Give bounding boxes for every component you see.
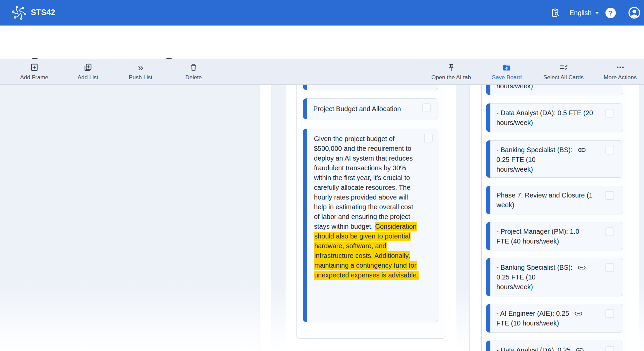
card-color-bar xyxy=(486,258,490,296)
add-list-icon xyxy=(84,62,93,73)
card-title: Project Budget and Allocation xyxy=(313,104,423,114)
card-data-analyst-025[interactable]: - Data Analyst (DA): 0.25 xyxy=(486,341,623,351)
empty-list-strip xyxy=(639,85,644,351)
card-checkbox[interactable] xyxy=(605,191,614,200)
app-name: STS42 xyxy=(31,8,55,17)
card-color-bar xyxy=(486,341,490,351)
card-color-bar xyxy=(486,304,490,333)
open-ai-tab-button[interactable]: Open the AI tab xyxy=(431,59,471,84)
card-partial-top[interactable]: hours/week) xyxy=(486,85,623,95)
card-budget-note[interactable]: Given the project budget of $500,000 and… xyxy=(303,129,438,322)
trash-icon xyxy=(189,62,198,73)
card-phase-7[interactable]: Phase 7: Review and Closure (1 week) xyxy=(486,186,623,214)
add-frame-button[interactable]: Add Frame xyxy=(20,59,48,84)
card-checkbox[interactable] xyxy=(422,103,431,112)
card-color-bar xyxy=(486,103,490,132)
highlighted-text: Consideration should also be given to po… xyxy=(314,222,419,280)
board-title-bar: Project Planning Template Basic board wi… xyxy=(0,26,644,59)
clipboard-search-icon[interactable] xyxy=(549,7,561,18)
pin-icon xyxy=(447,62,456,73)
middle-list: Project Budget and Allocation Given the … xyxy=(296,85,446,339)
chevron-down-icon xyxy=(595,12,599,14)
language-selector[interactable]: English xyxy=(570,0,599,26)
double-chevron-right-icon: » xyxy=(138,62,144,73)
card-banking-specialist-1[interactable]: - Banking Specialist (BS): 0.25 FTE (10 … xyxy=(486,140,623,178)
board-toolbar: Add Frame Add List » Push List Delete Op… xyxy=(0,59,644,85)
select-all-cards-button[interactable]: Select All Cards xyxy=(543,59,584,84)
card-ai-engineer[interactable]: - AI Engineer (AIE): 0.25 FTE (10 hours/… xyxy=(486,304,623,333)
save-board-button[interactable]: Save Board xyxy=(492,59,522,84)
link-icon[interactable] xyxy=(575,346,584,351)
ellipsis-icon xyxy=(615,62,625,73)
card-color-bar xyxy=(486,140,490,178)
card-project-manager[interactable]: - Project Manager (PM): 1.0 FTE (40 hour… xyxy=(486,222,623,250)
app-header: STS42 English ? xyxy=(0,0,644,26)
empty-list-strip xyxy=(456,85,470,351)
card-color-bar xyxy=(486,186,490,214)
card-checkbox[interactable] xyxy=(605,263,614,272)
delete-button[interactable]: Delete xyxy=(185,59,202,84)
card-data-analyst-05[interactable]: - Data Analyst (DA): 0.5 FTE (20 hours/w… xyxy=(486,103,623,132)
card-checkbox[interactable] xyxy=(424,134,433,142)
card-checkbox[interactable] xyxy=(605,309,614,318)
app-logo-icon xyxy=(11,5,27,20)
card-color-bar xyxy=(303,98,307,119)
add-list-button[interactable]: Add List xyxy=(77,59,98,84)
card-color-bar xyxy=(303,85,307,90)
empty-list-strip xyxy=(271,85,286,351)
card-color-bar xyxy=(486,85,490,95)
card-checkbox[interactable] xyxy=(605,227,614,236)
help-icon[interactable]: ? xyxy=(605,8,616,18)
list-checks-icon xyxy=(559,62,568,73)
card-checkbox[interactable] xyxy=(605,346,614,351)
link-icon[interactable] xyxy=(574,309,583,318)
folder-upload-icon xyxy=(502,62,512,73)
push-list-button[interactable]: » Push List xyxy=(129,59,152,84)
add-frame-icon xyxy=(30,62,39,73)
card-color-bar xyxy=(486,222,490,250)
card-checkbox[interactable] xyxy=(605,109,614,118)
link-icon[interactable] xyxy=(577,145,586,155)
language-label: English xyxy=(570,9,592,17)
right-list: hours/week) - Data Analyst (DA): 0.5 FTE… xyxy=(481,85,631,351)
workspace-panel xyxy=(0,85,260,351)
avatar[interactable] xyxy=(628,6,641,19)
link-icon[interactable] xyxy=(577,263,586,272)
more-actions-button[interactable]: More Actions xyxy=(604,59,637,84)
card-checkbox[interactable] xyxy=(605,146,614,155)
card-color-bar xyxy=(303,129,307,322)
card-body-text: Given the project budget of $500,000 and… xyxy=(314,135,413,230)
card-project-budget[interactable]: Project Budget and Allocation xyxy=(303,98,438,119)
card-partial-top[interactable] xyxy=(303,85,438,90)
board-canvas: Project Budget and Allocation Given the … xyxy=(0,85,644,351)
card-banking-specialist-2[interactable]: - Banking Specialist (BS): 0.25 FTE (10 … xyxy=(486,258,623,296)
